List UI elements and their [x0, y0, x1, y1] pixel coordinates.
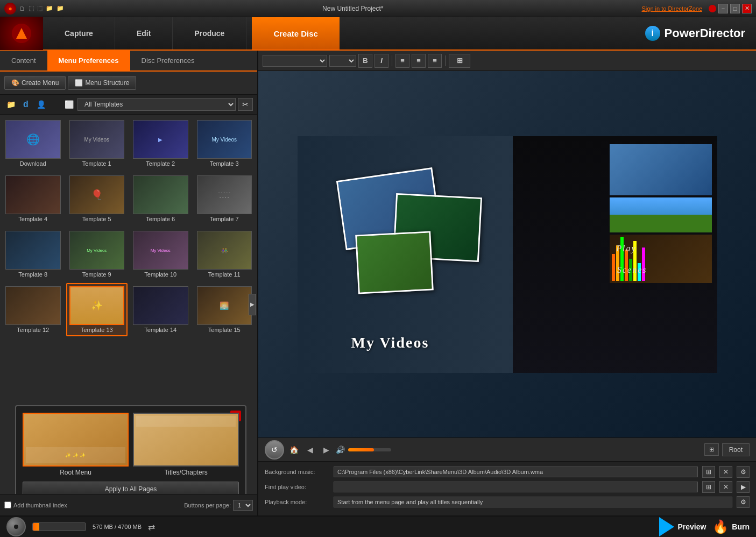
template-item-t13[interactable]: ✨ Template 13 — [66, 283, 128, 336]
disc-play-button[interactable]: Play — [616, 244, 636, 253]
grass-area — [610, 215, 712, 232]
disc-scenes-button[interactable]: Scenes — [617, 265, 647, 275]
grid-view-button[interactable]: ⊞ — [449, 54, 470, 68]
bold-button[interactable]: B — [358, 54, 372, 68]
scroll-right-arrow[interactable]: ▶ — [249, 294, 256, 315]
popup-root-menu-thumb[interactable]: ✨ ✨ ✨ — [23, 413, 129, 467]
preview-button[interactable]: Preview — [659, 517, 706, 536]
close-button[interactable]: ✕ — [742, 4, 752, 13]
italic-button[interactable]: I — [375, 54, 388, 68]
toolbar-row: 🎨 Create Menu ⬜ Menu Structure — [0, 72, 257, 95]
first-play-input[interactable] — [334, 482, 698, 492]
playback-mode-input[interactable] — [334, 497, 732, 507]
apply-to-all-pages-button[interactable]: Apply to All Pages — [23, 482, 239, 494]
maximize-button[interactable]: □ — [730, 4, 740, 13]
align-left-button[interactable]: ≡ — [395, 54, 409, 68]
window-icon-1: 🗋 — [19, 5, 25, 12]
template-item-t10[interactable]: My Videos Template 10 — [130, 228, 192, 281]
template-label-t6: Template 6 — [146, 216, 175, 222]
template-thumb-t3: My Videos — [197, 120, 252, 159]
prev-button[interactable]: ◀ — [303, 443, 316, 456]
align-center-button[interactable]: ≡ — [412, 54, 426, 68]
capture-tab[interactable]: Capture — [43, 17, 115, 50]
create-disc-button[interactable]: Create Disc — [252, 17, 340, 50]
template-item-t9[interactable]: My Videos Template 9 — [66, 228, 128, 281]
left-panel: Content Menu Preferences Disc Preference… — [0, 51, 258, 515]
volume-fill — [348, 448, 374, 451]
background-music-input[interactable] — [334, 467, 698, 477]
template-item-t14[interactable]: Template 14 — [130, 283, 192, 336]
font-size-select[interactable] — [329, 55, 356, 67]
template-item-t2[interactable]: ▶ Template 2 — [130, 117, 192, 170]
bg-music-remove-button[interactable]: ✕ — [719, 466, 732, 478]
template-item-t3[interactable]: My Videos Template 3 — [194, 117, 256, 170]
popup-chapters-thumb[interactable] — [133, 413, 239, 467]
template-thumb-t5: 🎈 — [69, 175, 125, 214]
menu-preferences-tab[interactable]: Menu Preferences — [47, 51, 130, 70]
properties-panel: Background music: ⊞ ✕ ⚙ First play video… — [258, 461, 756, 515]
bg-music-browse-button[interactable]: ⊞ — [702, 466, 715, 478]
template-item-t12[interactable]: Template 12 — [2, 283, 64, 336]
template-label-t8: Template 8 — [18, 271, 47, 278]
template-grid-container[interactable]: 🌐 Download My Videos Template 1 ▶ Templa… — [0, 115, 257, 494]
buttons-per-page: Buttons per page: 1234 — [184, 500, 253, 511]
transfer-icon[interactable]: ⇄ — [148, 522, 155, 532]
align-right-button[interactable]: ≡ — [428, 54, 442, 68]
template-item-t11[interactable]: 👫 Template 11 — [194, 228, 256, 281]
first-play-browse-button[interactable]: ⊞ — [702, 481, 715, 493]
add-thumbnail-checkbox[interactable] — [4, 501, 11, 508]
template-item-download[interactable]: 🌐 Download — [2, 117, 64, 170]
create-menu-icon: 🎨 — [11, 79, 19, 87]
template-item-t15[interactable]: 🌅 Template 15 — [194, 283, 256, 336]
minimize-button[interactable]: − — [718, 4, 728, 13]
format-toolbar: B I ≡ ≡ ≡ ⊞ — [258, 51, 756, 71]
template-item-t8[interactable]: Template 8 — [2, 228, 64, 281]
right-panel-grass — [610, 197, 712, 232]
template-item-t7[interactable]: - - - - -- - - - Template 7 — [194, 172, 256, 225]
status-bar: 570 MB / 4700 MB ⇄ Preview 🔥 Burn — [0, 515, 756, 537]
disc-preview-image: My Videos Play Scenes — [258, 71, 756, 437]
content-tab[interactable]: Content — [0, 51, 47, 70]
first-play-remove-button[interactable]: ✕ — [719, 481, 732, 493]
bg-music-settings-button[interactable]: ⚙ — [737, 466, 750, 478]
letter-d-icon: d — [19, 98, 32, 111]
edit-tab[interactable]: Edit — [115, 17, 173, 50]
home-button[interactable]: 🏠 — [287, 443, 300, 456]
popup-root-menu: ✨ ✨ ✨ Root Menu — [23, 413, 129, 476]
template-label-t11: Template 11 — [208, 271, 241, 278]
disc-menu: My Videos Play Scenes — [298, 136, 717, 373]
burn-button[interactable]: 🔥 Burn — [712, 519, 750, 534]
root-button[interactable]: Root — [722, 443, 750, 456]
replay-button[interactable]: ↺ — [265, 440, 284, 460]
root-preview-bar: ✨ ✨ ✨ — [26, 447, 125, 463]
create-menu-button[interactable]: 🎨 Create Menu — [4, 76, 66, 90]
main-layout: Content Menu Preferences Disc Preference… — [0, 51, 756, 515]
root-preview-sparkle: ✨ ✨ ✨ — [65, 453, 86, 458]
template-thumb-t13: ✨ — [69, 286, 125, 325]
volume-bar[interactable] — [348, 448, 391, 451]
template-item-t6[interactable]: Template 6 — [130, 172, 192, 225]
template-item-t5[interactable]: 🎈 Template 5 — [66, 172, 128, 225]
disc-preferences-tab[interactable]: Disc Preferences — [130, 51, 206, 70]
template-filter-select[interactable]: All Templates Nature Travel Wedding Spor… — [77, 98, 236, 111]
filter-scissors-icon[interactable]: ✂ — [238, 98, 253, 111]
disc-icon — [6, 517, 26, 536]
font-family-select[interactable] — [263, 55, 327, 67]
template-item-t1[interactable]: My Videos Template 1 — [66, 117, 128, 170]
preview-area: My Videos Play Scenes — [258, 71, 756, 437]
disc-size-text: 570 MB / 4700 MB — [93, 524, 142, 530]
window-icon-2: ⬚ — [29, 5, 34, 12]
menu-structure-button[interactable]: ⬜ Menu Structure — [68, 76, 136, 90]
first-play-play-button[interactable]: ▶ — [737, 481, 750, 493]
add-thumbnail-label[interactable]: Add thumbnail index — [4, 501, 67, 508]
produce-tab[interactable]: Produce — [173, 17, 246, 50]
template-item-t4[interactable]: Template 4 — [2, 172, 64, 225]
playback-controls: ↺ 🏠 ◀ ▶ 🔊 ⊞ Root — [258, 437, 756, 461]
view-button[interactable]: ⊞ — [704, 443, 719, 456]
app-info-icon: i — [645, 26, 660, 41]
playback-mode-settings-button[interactable]: ⚙ — [737, 496, 750, 508]
next-button[interactable]: ▶ — [320, 443, 333, 456]
app-header: Capture Edit Produce Create Disc i Power… — [0, 17, 756, 51]
sign-in-link[interactable]: Sign in to DirectorZone — [642, 5, 703, 12]
buttons-per-page-select[interactable]: 1234 — [233, 500, 253, 511]
